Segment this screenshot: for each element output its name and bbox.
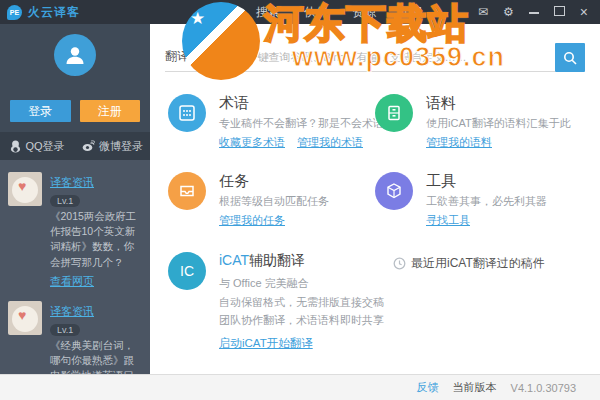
search-button[interactable] bbox=[555, 43, 585, 72]
icat-section: IC iCAT辅助翻译 与 Office 完美融合 自动保留格式，无需排版直接交… bbox=[168, 252, 600, 351]
maximize-icon[interactable] bbox=[554, 6, 565, 18]
close-icon[interactable]: × bbox=[580, 5, 588, 19]
news-item: ♥ 译客资讯 Lv.1 《经典美剧台词，哪句你最熟悉》跟电影学地道英语口语~~~… bbox=[0, 293, 150, 374]
tab-home[interactable]: 首页 bbox=[208, 4, 232, 21]
search-scope-label[interactable]: 翻译搜索 bbox=[165, 48, 213, 65]
feature-title: 工具 bbox=[426, 172, 547, 191]
feature-tools: 工具 工欲善其事，必先利其器 寻找工具 bbox=[375, 172, 600, 228]
feature-desc: 使用iCAT翻译的语料汇集于此 bbox=[426, 116, 571, 131]
app-window: PE 火云译客 首页 搜索 伙伴 资源 工具 ✉ ⚙ × bbox=[0, 0, 600, 400]
icat-icon: IC bbox=[168, 252, 206, 290]
view-page-link[interactable]: 查看网页 bbox=[50, 274, 94, 289]
recent-documents-label: 最近用iCAT翻译过的稿件 bbox=[411, 255, 545, 272]
recent-documents: 最近用iCAT翻译过的稿件 bbox=[393, 255, 545, 272]
app-title: 火云译客 bbox=[28, 4, 80, 21]
title-bar: PE 火云译客 首页 搜索 伙伴 资源 工具 ✉ ⚙ × bbox=[0, 0, 600, 24]
news-thumbnail: ♥ bbox=[8, 301, 42, 335]
search-input[interactable] bbox=[244, 50, 555, 64]
collect-terms-link[interactable]: 收藏更多术语 bbox=[219, 135, 285, 150]
feedback-link[interactable]: 反馈 bbox=[417, 380, 439, 395]
tab-resources[interactable]: 资源 bbox=[352, 4, 376, 21]
news-text: 《经典美剧台词，哪句你最熟悉》跟电影学地道英语口语~~~ bbox=[50, 338, 144, 374]
feature-desc: 根据等级自动匹配任务 bbox=[219, 194, 329, 209]
search-icon bbox=[563, 51, 577, 65]
news-source-link[interactable]: 译客资讯 bbox=[50, 175, 94, 190]
level-badge: Lv.1 bbox=[50, 195, 80, 207]
manage-terms-link[interactable]: 管理我的术语 bbox=[297, 135, 363, 150]
window-controls: ✉ ⚙ × bbox=[478, 5, 600, 19]
feature-title: 语料 bbox=[426, 94, 571, 113]
feature-title: 术语 bbox=[219, 94, 395, 113]
news-thumbnail: ♥ bbox=[8, 172, 42, 206]
minimize-icon[interactable] bbox=[529, 6, 539, 18]
feature-terms: 术语 专业稿件不会翻译？那是不会术语！ 收藏更多术语 管理我的术语 bbox=[168, 94, 375, 150]
logo-bubble-icon: PE bbox=[7, 5, 22, 20]
corpus-icon bbox=[375, 94, 413, 132]
version-label: 当前版本 bbox=[453, 380, 497, 395]
login-button[interactable]: 登录 bbox=[10, 100, 71, 122]
tasks-icon bbox=[168, 172, 206, 210]
icat-title: iCAT辅助翻译 bbox=[219, 252, 384, 270]
main-nav: 首页 搜索 伙伴 资源 工具 bbox=[208, 4, 424, 21]
clock-icon bbox=[393, 257, 406, 270]
news-item: ♥ 译客资讯 Lv.1 《2015两会政府工作报告10个英文新词精析》数数，你会… bbox=[0, 164, 150, 293]
version-number: V4.1.0.30793 bbox=[511, 382, 576, 394]
latte-heart-icon: ♥ bbox=[18, 178, 26, 194]
icat-line: 团队协作翻译，术语语料即时共享 bbox=[219, 311, 384, 330]
sidebar: 登录 注册 QQ登录 微博登录 bbox=[0, 24, 150, 374]
tab-search[interactable]: 搜索 bbox=[256, 4, 280, 21]
qq-penguin-icon bbox=[10, 140, 21, 153]
profile-section bbox=[0, 24, 150, 88]
manage-corpus-link[interactable]: 管理我的语料 bbox=[426, 135, 492, 150]
feature-title: 任务 bbox=[219, 172, 329, 191]
separator: | bbox=[233, 49, 236, 64]
chevron-down-icon[interactable]: ▾ bbox=[221, 52, 225, 61]
icat-line: 自动保留格式，无需排版直接交稿 bbox=[219, 293, 384, 312]
qq-login-label: QQ登录 bbox=[25, 139, 64, 154]
manage-tasks-link[interactable]: 管理我的任务 bbox=[219, 213, 285, 228]
feature-desc: 工欲善其事，必先利其器 bbox=[426, 194, 547, 209]
latte-heart-icon: ♥ bbox=[18, 307, 26, 323]
app-logo: PE 火云译客 bbox=[0, 4, 80, 21]
tab-tools[interactable]: 工具 bbox=[400, 4, 424, 21]
news-feed: ♥ 译客资讯 Lv.1 《2015两会政府工作报告10个英文新词精析》数数，你会… bbox=[0, 160, 150, 374]
feature-tasks: 任务 根据等级自动匹配任务 管理我的任务 bbox=[168, 172, 375, 228]
feature-grid: 术语 专业稿件不会翻译？那是不会术语！ 收藏更多术语 管理我的术语 bbox=[168, 94, 600, 228]
main-content: 翻译搜索 ▾ | bbox=[150, 24, 600, 374]
qq-login-button[interactable]: QQ登录 bbox=[0, 139, 75, 154]
launch-icat-link[interactable]: 启动iCAT开始翻译 bbox=[219, 336, 313, 351]
tab-partners[interactable]: 伙伴 bbox=[304, 4, 328, 21]
weibo-icon bbox=[82, 140, 95, 152]
register-button[interactable]: 注册 bbox=[80, 100, 141, 122]
news-source-link[interactable]: 译客资讯 bbox=[50, 304, 94, 319]
auth-buttons: 登录 注册 bbox=[0, 88, 150, 132]
feature-corpus: 语料 使用iCAT翻译的语料汇集于此 管理我的语料 bbox=[375, 94, 600, 150]
person-icon bbox=[63, 43, 87, 67]
user-avatar[interactable] bbox=[54, 34, 96, 76]
translation-search-bar: 翻译搜索 ▾ | bbox=[165, 42, 585, 72]
weibo-login-button[interactable]: 微博登录 bbox=[75, 139, 150, 154]
news-text: 《2015两会政府工作报告10个英文新词精析》数数，你会拼写那几个？ bbox=[50, 209, 144, 270]
feature-desc: 专业稿件不会翻译？那是不会术语！ bbox=[219, 116, 395, 131]
terms-icon bbox=[168, 94, 206, 132]
find-tools-link[interactable]: 寻找工具 bbox=[426, 213, 470, 228]
status-bar: 反馈 当前版本 V4.1.0.30793 bbox=[0, 374, 600, 400]
tools-cube-icon bbox=[375, 172, 413, 210]
settings-gear-icon[interactable]: ⚙ bbox=[503, 6, 514, 18]
social-login-bar: QQ登录 微博登录 bbox=[0, 132, 150, 160]
level-badge: Lv.1 bbox=[50, 324, 80, 336]
mail-icon[interactable]: ✉ bbox=[478, 6, 488, 18]
weibo-login-label: 微博登录 bbox=[99, 139, 143, 154]
icat-line: 与 Office 完美融合 bbox=[219, 274, 384, 293]
